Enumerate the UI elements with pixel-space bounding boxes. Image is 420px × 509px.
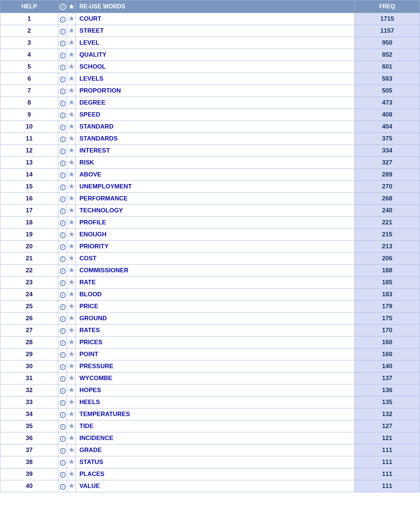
word-link[interactable]: VALUE [79, 482, 100, 489]
word-link[interactable]: HOPES [79, 387, 101, 394]
info-icon[interactable]: i [58, 313, 67, 325]
info-icon[interactable]: i [58, 301, 67, 313]
star-icon[interactable]: ★ [67, 253, 76, 265]
info-icon[interactable]: i [58, 133, 67, 145]
header-info-icon[interactable]: i [58, 0, 67, 13]
star-icon[interactable]: ★ [67, 145, 76, 157]
star-icon[interactable]: ★ [67, 121, 76, 133]
info-icon[interactable]: i [58, 396, 67, 408]
star-icon[interactable]: ★ [67, 133, 76, 145]
word-link[interactable]: PRESSURE [79, 363, 114, 370]
info-icon[interactable]: i [58, 384, 67, 396]
word-link[interactable]: TECHNOLOGY [79, 207, 123, 214]
info-icon[interactable]: i [58, 349, 67, 361]
info-icon[interactable]: i [58, 169, 67, 181]
word-link[interactable]: HEELS [79, 399, 100, 406]
word-link[interactable]: GRADE [79, 447, 102, 453]
word-link[interactable]: COST [79, 255, 96, 262]
word-link[interactable]: RATE [79, 279, 96, 286]
star-icon[interactable]: ★ [67, 289, 76, 301]
word-link[interactable]: GROUND [79, 315, 107, 322]
info-icon[interactable]: i [58, 241, 67, 253]
word-link[interactable]: STREET [79, 27, 104, 34]
info-icon[interactable]: i [58, 337, 67, 349]
word-link[interactable]: PERFORMANCE [79, 195, 128, 202]
word-link[interactable]: RISK [79, 159, 94, 166]
info-icon[interactable]: i [58, 372, 67, 384]
word-link[interactable]: TEMPERATURES [79, 411, 130, 418]
word-link[interactable]: PLACES [79, 471, 104, 477]
info-icon[interactable]: i [58, 121, 67, 133]
info-icon[interactable]: i [58, 109, 67, 121]
word-link[interactable]: TIDE [79, 423, 94, 429]
info-icon[interactable]: i [58, 408, 67, 420]
info-icon[interactable]: i [58, 444, 67, 456]
star-icon[interactable]: ★ [67, 13, 76, 25]
star-icon[interactable]: ★ [67, 25, 76, 37]
info-icon[interactable]: i [58, 61, 67, 73]
star-icon[interactable]: ★ [67, 73, 76, 85]
word-link[interactable]: COURT [79, 15, 101, 22]
star-icon[interactable]: ★ [67, 85, 76, 97]
star-icon[interactable]: ★ [67, 157, 76, 169]
star-icon[interactable]: ★ [67, 301, 76, 313]
info-icon[interactable]: i [58, 193, 67, 205]
star-icon[interactable]: ★ [67, 396, 76, 408]
info-icon[interactable]: i [58, 253, 67, 265]
header-freq[interactable]: FREQ [355, 0, 420, 13]
word-link[interactable]: UNEMPLOYMENT [79, 183, 132, 190]
star-icon[interactable]: ★ [67, 349, 76, 361]
star-icon[interactable]: ★ [67, 169, 76, 181]
info-icon[interactable]: i [58, 97, 67, 109]
info-icon[interactable]: i [58, 25, 67, 37]
word-link[interactable]: STANDARD [79, 123, 114, 130]
info-icon[interactable]: i [58, 277, 67, 289]
star-icon[interactable]: ★ [67, 61, 76, 73]
star-icon[interactable]: ★ [67, 265, 76, 277]
info-icon[interactable]: i [58, 157, 67, 169]
info-icon[interactable]: i [58, 229, 67, 241]
word-link[interactable]: LEVELS [79, 75, 103, 82]
info-icon[interactable]: i [58, 181, 67, 193]
word-link[interactable]: COMMISSIONER [79, 267, 128, 274]
word-link[interactable]: POINT [79, 351, 98, 358]
star-icon[interactable]: ★ [67, 37, 76, 49]
header-star-icon[interactable]: ★ [67, 0, 76, 13]
word-link[interactable]: INCIDENCE [79, 435, 114, 441]
info-icon[interactable]: i [58, 432, 67, 444]
star-icon[interactable]: ★ [67, 229, 76, 241]
info-icon[interactable]: i [58, 289, 67, 301]
info-icon[interactable]: i [58, 13, 67, 25]
star-icon[interactable]: ★ [67, 420, 76, 432]
info-icon[interactable]: i [58, 468, 67, 480]
star-icon[interactable]: ★ [67, 384, 76, 396]
word-link[interactable]: QUALITY [79, 51, 107, 58]
info-icon[interactable]: i [58, 480, 67, 492]
info-icon[interactable]: i [58, 49, 67, 61]
star-icon[interactable]: ★ [67, 193, 76, 205]
star-icon[interactable]: ★ [67, 181, 76, 193]
star-icon[interactable]: ★ [67, 325, 76, 337]
info-icon[interactable]: i [58, 205, 67, 217]
star-icon[interactable]: ★ [67, 408, 76, 420]
info-icon[interactable]: i [58, 361, 67, 372]
word-link[interactable]: LEVEL [79, 39, 99, 46]
word-link[interactable]: PRIORITY [79, 243, 108, 250]
star-icon[interactable]: ★ [67, 313, 76, 325]
info-icon[interactable]: i [58, 85, 67, 97]
star-icon[interactable]: ★ [67, 444, 76, 456]
info-icon[interactable]: i [58, 217, 67, 229]
info-icon[interactable]: i [58, 456, 67, 468]
header-word[interactable]: RE-USE WORDS [76, 0, 355, 13]
word-link[interactable]: WYCOMBE [79, 375, 112, 382]
star-icon[interactable]: ★ [67, 372, 76, 384]
word-link[interactable]: RATES [79, 327, 100, 334]
star-icon[interactable]: ★ [67, 109, 76, 121]
word-link[interactable]: SPEED [79, 111, 100, 118]
star-icon[interactable]: ★ [67, 97, 76, 109]
star-icon[interactable]: ★ [67, 277, 76, 289]
info-icon[interactable]: i [58, 325, 67, 337]
star-icon[interactable]: ★ [67, 241, 76, 253]
word-link[interactable]: PRICES [79, 339, 102, 346]
star-icon[interactable]: ★ [67, 480, 76, 492]
